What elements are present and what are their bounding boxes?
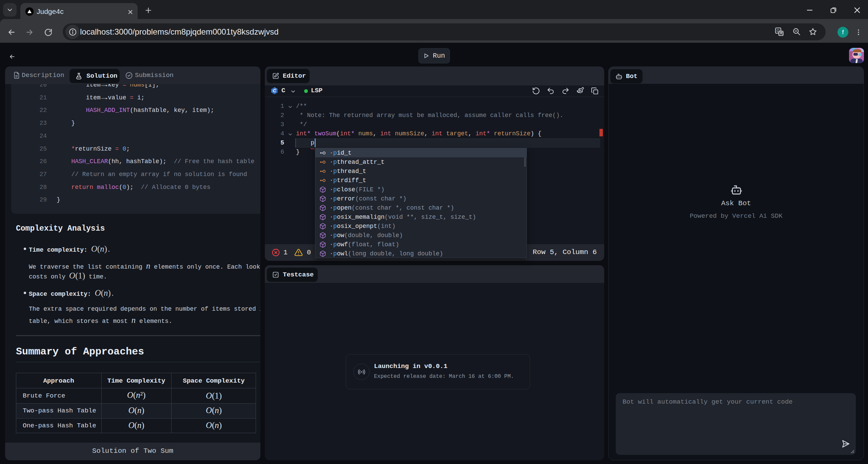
svg-text:C: C: [273, 88, 276, 93]
